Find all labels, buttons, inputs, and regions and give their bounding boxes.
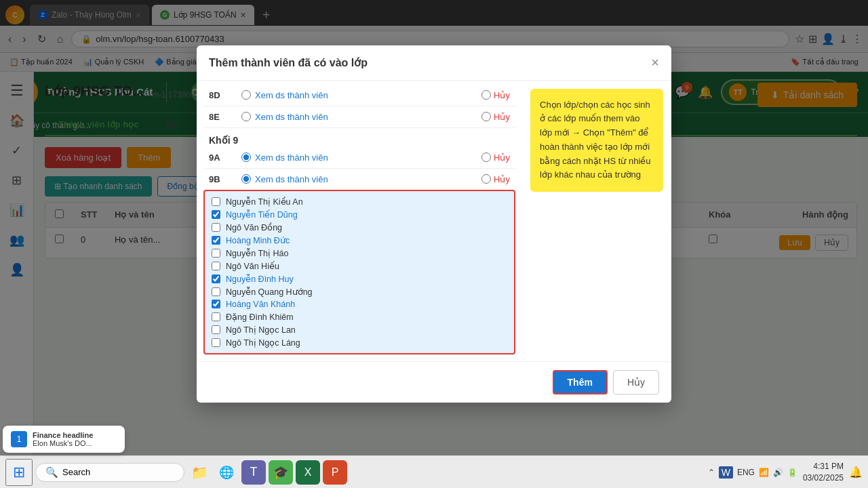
start-button[interactable]: ⊞ [5,459,33,486]
student-checkbox-8[interactable] [212,300,220,308]
time-block[interactable]: 4:31 PM 03/02/2025 [803,461,844,484]
them-confirm-button[interactable]: Thêm [553,370,608,394]
modal-overlay[interactable]: Thêm thành viên đã có vào lớp × 8D Xem d… [0,72,868,488]
student-name-6: Nguyễn Đình Huy [226,274,294,284]
modal-body: 8D Xem ds thành viên Hủy [197,81,671,361]
class-9a-radio[interactable] [241,152,251,162]
class-8e-cancel[interactable]: Hủy [481,112,510,122]
student-name-8: Hoàng Văn Khánh [226,300,295,309]
divider-9a [203,168,515,169]
student-item-6: Nguyễn Đình Huy [209,272,510,285]
student-name-4: Nguyễn Thị Háo [226,248,288,258]
modal-left-panel: 8D Xem ds thành viên Hủy [197,81,522,361]
student-name-1: Nguyễn Tiến Dũng [226,209,298,220]
finance-toast[interactable]: 1 Finance headline Elon Musk's DO... [3,426,125,453]
class-8e-cancel-radio[interactable] [481,112,491,121]
tray-up-icon[interactable]: ⌃ [708,468,715,477]
student-name-9: Đặng Đình Khiêm [226,312,294,322]
taskbar-search[interactable]: 🔍 Search [35,463,184,482]
class-row-9b: 9B Xem ds thành viên Hủy [203,171,515,187]
class-9a-radio-label[interactable]: Xem ds thành viên [241,152,328,163]
student-checkbox-0[interactable] [212,197,220,206]
class-8d-radio[interactable] [241,90,251,100]
taskbar-edge-icon[interactable]: 🌐 [214,460,239,485]
divider-8d [203,106,515,106]
taskbar-olm-icon[interactable]: 🎓 [269,460,293,485]
finance-icon: 1 [11,431,27,447]
class-9b-radio[interactable] [241,174,251,184]
student-checkbox-3[interactable] [212,236,220,245]
student-name-7: Nguyễn Quang Hướng [226,287,313,297]
taskbar-powerpoint-icon[interactable]: P [323,460,347,485]
student-item-5: Ngô Văn Hiếu [209,260,510,272]
student-name-10: Ngô Thị Ngọc Lan [226,325,296,335]
system-tray: ⌃ W ENG 📶 🔊 🔋 [708,466,797,479]
notification-button[interactable]: 🔔 [849,466,863,479]
student-checkbox-2[interactable] [212,223,220,232]
taskbar-explorer-icon[interactable]: 📁 [187,460,212,485]
class-9b-cancel[interactable]: Hủy [481,174,510,184]
class-9a-name: 9A [209,152,236,163]
student-item-2: Ngô Văn Đồng [209,221,510,234]
student-name-2: Ngô Văn Đồng [226,222,282,232]
tip-box: Chọn lớp/chọn các học sinh ở các lớp muố… [530,89,663,192]
student-name-0: Nguyễn Thị Kiều An [226,197,303,207]
class-8e-radio-label[interactable]: Xem ds thành viên [241,112,328,122]
taskbar-right: ⌃ W ENG 📶 🔊 🔋 4:31 PM 03/02/2025 🔔 [708,461,863,484]
class-8e-radio[interactable] [241,112,251,121]
student-item-11: Ngô Thị Ngọc Láng [209,336,510,349]
student-name-5: Ngô Văn Hiếu [226,261,279,271]
app-area: 🏫 Trường THCS Phú Cát OLM 🔍 💬 9 🔔 TT Trư… [0,72,868,488]
tray-wifi-icon[interactable]: 📶 [759,468,769,477]
taskbar-search-label: Search [62,467,90,477]
student-checkbox-6[interactable] [212,274,220,283]
class-8d-cancel-radio[interactable] [481,90,491,100]
student-checkbox-7[interactable] [212,287,220,296]
clock-date: 03/02/2025 [803,472,844,484]
class-8e-name: 8E [209,112,236,122]
modal-right-panel: Chọn lớp/chọn các học sinh ở các lớp muố… [522,81,671,361]
student-item-10: Ngô Thị Ngọc Lan [209,323,510,336]
khoi9-label: Khối 9 [203,131,515,150]
finance-title: Finance headline [33,431,93,439]
student-checkbox-9[interactable] [212,312,220,321]
student-item-8: Hoàng Văn Khánh [209,298,510,310]
class-9a-cancel[interactable]: Hủy [481,152,510,163]
student-item-7: Nguyễn Quang Hướng [209,285,510,298]
student-item-3: Hoàng Minh Đức [209,234,510,247]
student-item-9: Đặng Đình Khiêm [209,310,510,323]
class-9a-cancel-radio[interactable] [481,152,491,162]
modal-header: Thêm thành viên đã có vào lớp × [197,72,671,81]
student-item-1: Nguyễn Tiến Dũng [209,208,510,221]
divider-8e [203,127,515,128]
class-row-8e: 8E Xem ds thành viên Hủy [203,109,515,125]
modal-dialog: Thêm thành viên đã có vào lớp × 8D Xem d… [197,72,671,403]
huy-modal-button[interactable]: Hủy [613,370,659,394]
modal-footer: Thêm Hủy [197,361,671,403]
student-checkbox-11[interactable] [212,338,220,347]
student-checkbox-1[interactable] [212,210,220,219]
student-name-3: Hoàng Minh Đức [226,235,290,245]
taskbar: 1 Finance headline Elon Musk's DO... ⊞ 🔍… [0,455,868,488]
finance-text: Finance headline Elon Musk's DO... [33,431,93,447]
class-8d-radio-label[interactable]: Xem ds thành viên [241,90,328,100]
taskbar-teams-icon[interactable]: T [241,460,266,485]
tray-battery-icon[interactable]: 🔋 [787,468,797,477]
student-checkbox-5[interactable] [212,262,220,270]
tray-eng-label[interactable]: ENG [737,468,755,477]
student-checkbox-10[interactable] [212,325,220,334]
tray-sound-icon[interactable]: 🔊 [773,468,783,477]
class-9b-name: 9B [209,174,236,184]
student-list-box: Nguyễn Thị Kiều An Nguyễn Tiến Dũng Ngô … [203,190,515,354]
student-checkbox-4[interactable] [212,249,220,258]
class-row-9a: 9A Xem ds thành viên Hủy [203,150,515,165]
taskbar-excel-icon[interactable]: X [296,460,320,485]
class-9b-radio-label[interactable]: Xem ds thành viên [241,174,328,184]
finance-subtitle: Elon Musk's DO... [33,439,93,447]
tray-word-icon[interactable]: W [719,466,733,479]
student-item-0: Nguyễn Thị Kiều An [209,195,510,208]
class-8d-cancel[interactable]: Hủy [481,90,510,100]
class-9b-cancel-radio[interactable] [481,174,491,184]
class-8d-name: 8D [209,90,236,100]
clock-time: 4:31 PM [803,461,844,472]
